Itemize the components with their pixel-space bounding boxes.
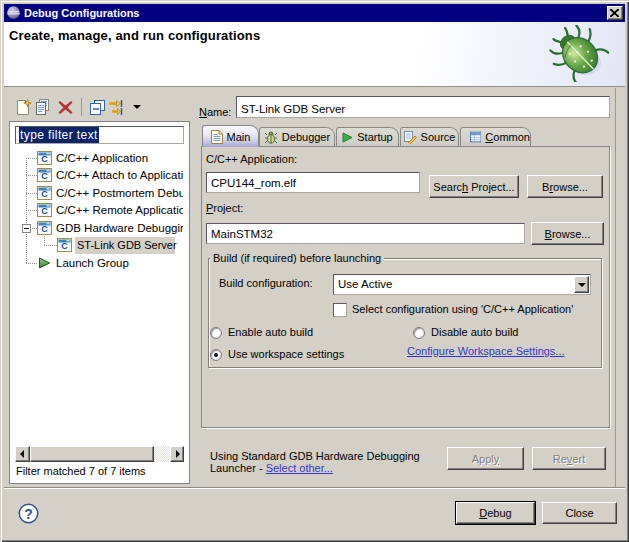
svg-text:C: C	[41, 189, 48, 199]
svg-text:C: C	[41, 224, 48, 234]
svg-text:C: C	[41, 154, 48, 164]
svg-text:C: C	[41, 171, 48, 181]
svg-text:C: C	[41, 206, 48, 216]
svg-text:?: ?	[24, 506, 33, 522]
svg-text:C: C	[61, 241, 68, 251]
